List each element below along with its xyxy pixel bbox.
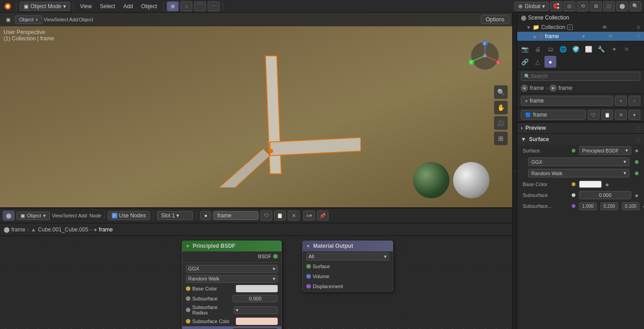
output-prop-icon[interactable]: 🖨 <box>532 43 544 55</box>
node-add-menu[interactable]: Add <box>77 211 88 221</box>
grid-btn[interactable]: ⊞ <box>494 132 508 145</box>
proportional-icon[interactable]: ◎ <box>564 1 575 11</box>
view-layer-icon[interactable]: 🗂 <box>544 43 556 55</box>
viewport-add-menu[interactable]: Add <box>68 15 79 25</box>
base-color-prop-row[interactable]: Base Color ◆ <box>517 179 644 190</box>
physics-icon[interactable]: ⚛ <box>621 43 633 55</box>
node-editor-canvas[interactable]: ▼ Principled BSDF BSDF GGX▾ <box>0 236 512 329</box>
viewport-object-mode[interactable]: Object ▾ <box>15 15 42 24</box>
subsurface-method-dropdown[interactable]: Random Walk▾ <box>186 275 278 283</box>
base-color-prop-swatch[interactable] <box>579 181 602 188</box>
viewport-view-menu[interactable]: View <box>44 15 55 25</box>
surface-type-dropdown[interactable]: Principled BSDF▾ <box>579 146 631 155</box>
target-dropdown[interactable]: All▾ <box>306 253 389 260</box>
subsurface-method-prop-dropdown[interactable]: Random Walk▾ <box>528 169 629 177</box>
viewport-mode-icon[interactable]: ▣ <box>3 15 14 25</box>
base-color-row[interactable]: Base Color <box>182 284 281 294</box>
volume-input-row[interactable]: Volume <box>303 271 393 281</box>
subsurface-socket[interactable] <box>186 296 190 301</box>
volume-input-socket[interactable] <box>306 274 311 279</box>
node-select-menu[interactable]: Select <box>65 211 75 221</box>
base-color-diamond[interactable]: ◆ <box>605 182 609 187</box>
mat-remove-btn[interactable]: − <box>629 96 640 106</box>
mat-shield-icon[interactable]: 🛡 <box>260 211 272 221</box>
subsurface-radius-socket[interactable] <box>186 308 190 312</box>
constraints-icon[interactable]: 🔗 <box>519 56 531 68</box>
object-prop-icon[interactable]: ⬜ <box>583 43 594 55</box>
extra2-icon[interactable]: ⊞ <box>590 1 602 11</box>
base-color-socket[interactable] <box>186 286 190 291</box>
material-name-field[interactable]: frame <box>213 211 259 220</box>
principled-bsdf-node[interactable]: ▼ Principled BSDF BSDF GGX▾ <box>182 241 282 329</box>
search-icon[interactable]: 🔍 <box>629 1 641 11</box>
menu-view[interactable]: View <box>77 2 95 10</box>
subsurface-diamond[interactable]: ◆ <box>635 193 639 198</box>
transform-global-dropdown[interactable]: ⊕ Global ▾ <box>514 2 549 11</box>
subsurface-radius-dropdown[interactable]: ▾ <box>234 306 278 314</box>
distribution-dropdown[interactable]: GGX▾ <box>186 265 278 273</box>
base-color-swatch[interactable] <box>236 285 278 292</box>
mat-frame-selector[interactable]: 🔵 frame <box>521 110 586 120</box>
viewport-options-btn[interactable]: Options <box>481 15 509 24</box>
mat-output-header[interactable]: ▼ Material Output <box>302 241 393 251</box>
displacement-input-socket[interactable] <box>306 284 311 289</box>
mat-menu-btn[interactable]: ▾ <box>629 110 640 120</box>
bsdf-output-socket[interactable] <box>273 254 278 259</box>
viewport-3d[interactable]: ▣ Object ▾ View Select Add Object Option… <box>0 13 512 208</box>
subsurface-prop-value[interactable]: 0.000 <box>579 191 631 199</box>
scene-prop-icon[interactable]: 🌐 <box>557 43 569 55</box>
node-view-menu[interactable]: View <box>52 211 63 221</box>
node-editor-icon[interactable]: ⬤ <box>3 211 15 221</box>
surface-type-row[interactable]: Surface Principled BSDF▾ ◆ <box>517 145 644 156</box>
menu-add[interactable]: Add <box>120 2 136 10</box>
subsurface2-val3[interactable]: 0.100 <box>622 202 639 210</box>
select-extra-icon[interactable]: ⋯ <box>208 1 220 11</box>
zoom-in-btn[interactable]: 🔍 <box>494 85 508 99</box>
surface-input-socket[interactable] <box>306 264 311 269</box>
props-search-input[interactable] <box>530 73 637 79</box>
viewport-select-menu[interactable]: Select <box>56 15 67 25</box>
subsurface2-val1[interactable]: 1.000 <box>579 202 597 210</box>
modifier-icon[interactable]: 🔧 <box>595 43 607 55</box>
snap-icon[interactable]: 🧲 <box>550 1 562 11</box>
node-sphere-icon[interactable]: ● <box>200 211 211 220</box>
frame-eye-btn[interactable]: 👁 <box>608 34 613 39</box>
extra1-icon[interactable]: ⟲ <box>577 1 589 11</box>
render-prop-icon[interactable]: 📷 <box>519 43 531 55</box>
menu-object[interactable]: Object <box>138 2 160 10</box>
viewport-object-menu[interactable]: Object <box>80 15 91 25</box>
collapse-arrow[interactable]: ▼ <box>185 244 190 249</box>
distribution-row[interactable]: GGX▾ <box>182 264 281 274</box>
mat-collapse-arrow[interactable]: ▼ <box>306 244 310 249</box>
collection-eye-btn[interactable]: 👁 <box>602 25 607 30</box>
shade-icon[interactable]: ⬤ <box>616 1 628 11</box>
surface-input-row[interactable]: Surface <box>303 261 393 271</box>
material-output-node[interactable]: ▼ Material Output All▾ Surface <box>302 241 393 292</box>
collection-visibility-check[interactable]: ✓ <box>567 25 573 30</box>
subsurface-method-row[interactable]: Random Walk▾ <box>182 274 281 284</box>
use-nodes-btn[interactable]: ✓ Use Nodes <box>108 211 150 220</box>
subsurface-color-swatch[interactable] <box>236 318 278 325</box>
viewport-collapse-handle[interactable]: ‹ <box>512 13 517 329</box>
node-node-menu[interactable]: Node <box>90 211 101 221</box>
mat-copy-icon[interactable]: 📋 <box>274 211 286 221</box>
camera-btn[interactable]: 🎥 <box>494 116 508 130</box>
subsurface-color-row[interactable]: Subsurface Colo <box>182 316 281 326</box>
slot-dropdown[interactable]: Slot 1 ▾ <box>157 211 193 220</box>
preview-section-header[interactable]: › Preview ::: <box>517 123 644 133</box>
mat-copy-btn[interactable]: 📋 <box>601 110 613 120</box>
subsurface-row[interactable]: Subsurface 0.000 <box>182 294 281 304</box>
node-object-dropdown[interactable]: ▣Object▾ <box>16 211 50 220</box>
subsurface2-val2[interactable]: 0.200 <box>600 202 618 210</box>
subsurface-value[interactable]: 0.000 <box>233 295 278 302</box>
mat-x-btn[interactable]: ✕ <box>615 110 627 120</box>
distribution-prop-dropdown[interactable]: GGX▾ <box>528 157 629 166</box>
surface-diamond[interactable]: ◆ <box>635 148 639 153</box>
frame-row[interactable]: ▶ ▽ frame ≡ 👁 ⊙ <box>517 32 644 41</box>
target-row[interactable]: All▾ <box>303 251 393 261</box>
particles-icon[interactable]: ✦ <box>608 43 620 55</box>
surface-section-header[interactable]: ▼ Surface ::: <box>517 134 644 145</box>
frame-extra-icon[interactable]: ≡ <box>582 34 584 39</box>
frame-render-btn[interactable]: ⊙ <box>637 34 640 39</box>
mat-pin-icon[interactable]: 📌 <box>317 211 329 221</box>
